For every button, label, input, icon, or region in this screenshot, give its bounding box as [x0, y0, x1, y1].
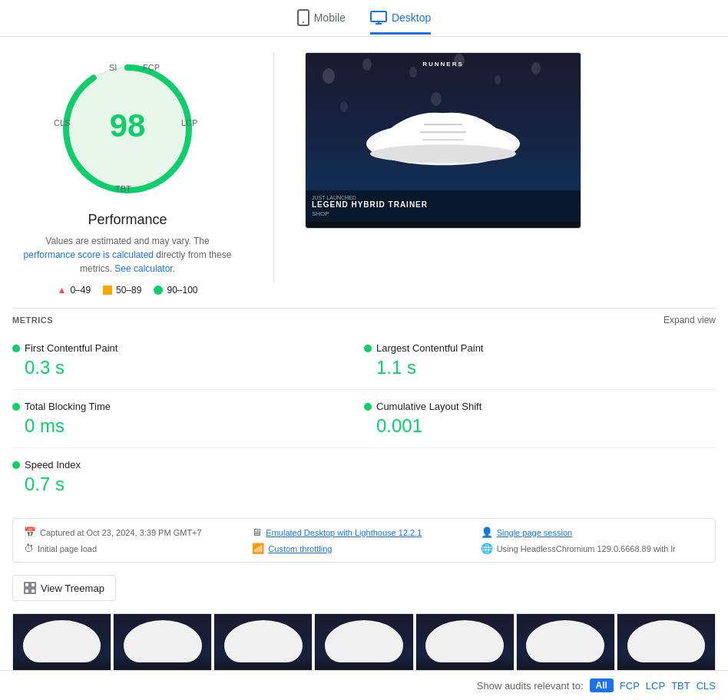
- tab-mobile[interactable]: Mobile: [297, 9, 346, 36]
- info-captured: 📅 Captured at Oct 23, 2024, 3:39 PM GMT+…: [24, 527, 247, 538]
- svg-rect-23: [31, 589, 35, 593]
- clock-icon: ⏱: [24, 543, 34, 554]
- screenshot-img: RUNNERS: [306, 53, 581, 222]
- calendar-icon: 📅: [24, 527, 36, 538]
- session-link[interactable]: Single page session: [497, 528, 572, 537]
- legend-green: 90–100: [154, 285, 197, 296]
- filter-tbt[interactable]: TBT: [671, 680, 690, 692]
- metric-lcp: Largest Contentful Paint 1.1 s: [364, 332, 716, 390]
- view-treemap-button[interactable]: View Treemap: [12, 575, 116, 601]
- filmstrip-shoe-7: [627, 620, 706, 662]
- filmstrip-shoe-6: [526, 620, 604, 662]
- performance-label: Performance: [88, 212, 167, 228]
- calculator-link[interactable]: See calculator.: [114, 263, 175, 274]
- filter-fcp[interactable]: FCP: [620, 680, 640, 692]
- svg-point-1: [303, 21, 304, 23]
- metric-tbt-dot: [12, 403, 20, 411]
- gauge-label-cls: CLS: [54, 118, 70, 127]
- expand-view-button[interactable]: Expand view: [663, 315, 716, 325]
- metrics-header: METRICS Expand view: [12, 308, 716, 332]
- gauge-score: 98: [110, 107, 146, 144]
- info-emulated: 🖥 Emulated Desktop with Lighthouse 12.2.…: [252, 527, 475, 538]
- svg-rect-2: [371, 12, 386, 21]
- legend-red-icon: ▲: [57, 285, 66, 296]
- legend-orange-icon: [103, 286, 112, 295]
- info-bar: 📅 Captured at Oct 23, 2024, 3:39 PM GMT+…: [12, 518, 716, 563]
- metric-tbt-name: Total Blocking Time: [12, 401, 364, 412]
- bottom-bar: Show audits relevant to: All FCP LCP TBT…: [0, 670, 728, 700]
- info-initial-load: ⏱ Initial page load: [24, 543, 247, 554]
- shoe-svg: [359, 94, 528, 170]
- globe-icon: 🌐: [481, 543, 493, 554]
- tab-bar: Mobile Desktop: [0, 0, 728, 37]
- show-audits-label: Show audits relevant to:: [477, 680, 584, 692]
- svg-point-11: [495, 75, 501, 84]
- treemap-icon: [24, 582, 36, 594]
- legend-orange: 50–89: [103, 285, 141, 296]
- svg-point-13: [340, 101, 348, 112]
- metric-lcp-value: 1.1 s: [376, 357, 716, 378]
- tab-mobile-label: Mobile: [314, 12, 346, 24]
- main-content: SI FCP CLS LCP TBT 98 Performance Values…: [0, 37, 728, 700]
- filter-all[interactable]: All: [590, 679, 614, 692]
- throttling-link[interactable]: Custom throttling: [268, 544, 332, 553]
- metrics-title: METRICS: [12, 315, 53, 325]
- svg-rect-21: [31, 583, 35, 587]
- treemap-label: View Treemap: [41, 583, 104, 594]
- score-section: SI FCP CLS LCP TBT 98 Performance Values…: [12, 52, 716, 296]
- metric-lcp-dot: [364, 345, 372, 352]
- metrics-section: METRICS Expand view First Contentful Pai…: [12, 308, 716, 506]
- info-throttling: 📶 Custom throttling: [252, 543, 475, 554]
- filmstrip-shoe-3: [224, 620, 303, 662]
- filter-cls[interactable]: CLS: [697, 680, 716, 692]
- metric-si-dot: [12, 461, 20, 469]
- filmstrip-shoe-2: [124, 620, 202, 662]
- shoe-container: [359, 94, 528, 173]
- svg-rect-20: [25, 583, 29, 587]
- svg-point-9: [409, 67, 417, 78]
- gauge-label-tbt: TBT: [115, 184, 131, 193]
- caption-shop: SHOP: [312, 210, 574, 217]
- svg-rect-22: [25, 589, 29, 593]
- gauge-label-si: SI: [109, 63, 117, 72]
- metric-fcp-value: 0.3 s: [25, 357, 364, 378]
- metric-cls-dot: [364, 403, 372, 411]
- wifi-icon: 📶: [252, 543, 264, 554]
- metric-cls-value: 0.001: [376, 415, 716, 437]
- divider: [273, 52, 274, 282]
- metric-cls: Cumulative Layout Shift 0.001: [364, 390, 716, 448]
- metric-tbt-value: 0 ms: [25, 415, 364, 437]
- legend: ▲ 0–49 50–89 90–100: [57, 285, 197, 296]
- filmstrip-shoe-5: [425, 620, 504, 662]
- monitor-icon: 🖥: [252, 527, 262, 538]
- mobile-icon: [297, 9, 309, 26]
- screenshot-box: RUNNERS: [305, 52, 581, 229]
- metric-fcp-name: First Contentful Paint: [12, 342, 364, 354]
- gauge-label-lcp: LCP: [181, 118, 197, 127]
- filter-lcp[interactable]: LCP: [646, 680, 665, 692]
- filmstrip-shoe-1: [23, 620, 101, 662]
- tab-desktop[interactable]: Desktop: [370, 11, 431, 35]
- metric-si-name: Speed Index: [12, 459, 364, 471]
- metric-fcp-dot: [12, 345, 20, 352]
- tab-desktop-label: Desktop: [392, 12, 431, 24]
- metric-si: Speed Index 0.7 s: [12, 448, 364, 506]
- desktop-icon: [370, 11, 387, 25]
- emulated-link[interactable]: Emulated Desktop with Lighthouse 12.2.1: [266, 528, 422, 537]
- caption-title: LEGEND HYBRID TRAINER: [312, 200, 574, 209]
- shoe-caption: JUST LAUNCHED LEGEND HYBRID TRAINER SHOP: [306, 190, 581, 222]
- info-browser: 🌐 Using HeadlessChromium 129.0.6668.89 w…: [481, 543, 704, 554]
- metric-empty: [364, 448, 716, 506]
- caption-sub: JUST LAUNCHED: [312, 195, 574, 200]
- filmstrip-shoe-4: [325, 620, 403, 662]
- person-icon: 👤: [481, 527, 493, 538]
- legend-green-icon: [154, 286, 163, 295]
- svg-point-7: [323, 68, 335, 84]
- metric-lcp-name: Largest Contentful Paint: [364, 342, 716, 354]
- perf-score-link[interactable]: performance score is calculated: [24, 249, 154, 260]
- gauge-label-fcp: FCP: [143, 63, 160, 72]
- brand-name: RUNNERS: [422, 61, 464, 68]
- metric-tbt: Total Blocking Time 0 ms: [12, 390, 364, 448]
- metric-cls-name: Cumulative Layout Shift: [364, 401, 716, 412]
- legend-red: ▲ 0–49: [57, 285, 91, 296]
